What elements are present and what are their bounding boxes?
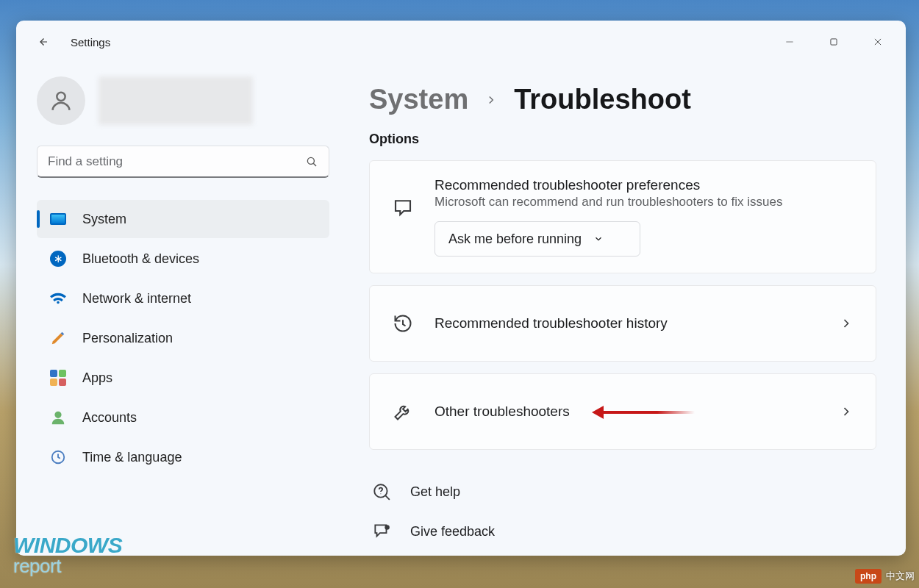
card-troubleshooter-history[interactable]: Recommended troubleshooter history <box>369 285 876 362</box>
feedback-icon <box>372 522 391 541</box>
card-title: Recommended troubleshooter history <box>435 315 818 331</box>
sidebar-item-network[interactable]: Network & internet <box>37 279 329 318</box>
breadcrumb: System Troubleshoot <box>369 84 876 115</box>
watermark-line1: WINDOWS <box>13 533 122 557</box>
page-title: Troubleshoot <box>514 84 691 115</box>
close-button[interactable] <box>856 27 900 57</box>
clock-icon <box>50 449 66 465</box>
sidebar-item-label: System <box>82 212 126 227</box>
card-body: Recommended troubleshooter preferences M… <box>435 177 854 257</box>
chat-icon <box>392 196 414 218</box>
sidebar-item-apps[interactable]: Apps <box>37 359 329 397</box>
chevron-down-icon <box>593 234 604 244</box>
titlebar: Settings <box>16 21 906 63</box>
sidebar-item-personalization[interactable]: Personalization <box>37 319 329 357</box>
dropdown-selected-label: Ask me before running <box>448 232 582 247</box>
preference-dropdown[interactable]: Ask me before running <box>435 221 640 257</box>
window-title: Settings <box>71 36 110 49</box>
apps-icon <box>50 370 66 386</box>
paintbrush-icon <box>50 330 66 346</box>
main-panel: System Troubleshoot Options Recommended … <box>340 63 906 556</box>
back-arrow-icon <box>36 35 49 49</box>
sidebar-item-label: Personalization <box>82 331 173 346</box>
card-other-troubleshooters[interactable]: Other troubleshooters <box>369 373 876 450</box>
settings-window: Settings <box>16 21 906 556</box>
minimize-icon <box>784 37 795 47</box>
back-button[interactable] <box>28 27 57 57</box>
svg-point-7 <box>385 525 390 530</box>
svg-point-3 <box>54 412 61 418</box>
nav-list: System ∗ Bluetooth & devices Network & i… <box>37 200 329 476</box>
avatar[interactable] <box>37 76 85 125</box>
history-icon <box>392 312 414 334</box>
svg-point-6 <box>380 493 381 494</box>
user-header <box>37 71 340 146</box>
wrench-icon <box>392 401 414 423</box>
system-icon <box>50 211 66 227</box>
sidebar-item-bluetooth[interactable]: ∗ Bluetooth & devices <box>37 240 329 278</box>
breadcrumb-parent[interactable]: System <box>369 84 468 115</box>
give-feedback-link[interactable]: Give feedback <box>369 512 876 551</box>
svg-point-2 <box>307 157 314 164</box>
content-area: System ∗ Bluetooth & devices Network & i… <box>16 63 906 556</box>
sidebar-item-accounts[interactable]: Accounts <box>37 398 329 437</box>
badge-pill: php <box>855 569 882 584</box>
account-icon <box>50 409 66 426</box>
maximize-button[interactable] <box>812 27 856 57</box>
sidebar-item-label: Bluetooth & devices <box>82 251 199 267</box>
sidebar: System ∗ Bluetooth & devices Network & i… <box>16 63 340 556</box>
search-input-wrapper[interactable] <box>37 146 329 178</box>
sidebar-item-label: Apps <box>82 370 112 386</box>
sidebar-item-time[interactable]: Time & language <box>37 438 329 476</box>
svg-rect-0 <box>831 39 837 45</box>
help-icon <box>372 482 391 501</box>
sidebar-item-label: Time & language <box>82 450 182 465</box>
watermark: WINDOWS report <box>13 535 122 575</box>
card-title: Recommended troubleshooter preferences <box>435 177 854 193</box>
chevron-right-icon <box>839 316 854 331</box>
user-name-redacted <box>99 76 253 125</box>
search-input[interactable] <box>48 154 305 169</box>
card-subtitle: Microsoft can recommend and run troubles… <box>435 195 854 209</box>
chevron-right-icon <box>839 404 854 419</box>
card-recommended-preferences: Recommended troubleshooter preferences M… <box>369 160 876 273</box>
corner-badge: php 中文网 <box>855 569 915 584</box>
card-title: Other troubleshooters <box>435 404 818 420</box>
badge-text: 中文网 <box>886 570 915 583</box>
maximize-icon <box>829 37 839 47</box>
section-options-label: Options <box>369 132 876 147</box>
wifi-icon <box>50 290 66 306</box>
bluetooth-icon: ∗ <box>50 251 66 267</box>
get-help-link[interactable]: Get help <box>369 472 876 512</box>
chevron-right-icon <box>484 93 498 107</box>
close-icon <box>873 37 883 47</box>
svg-point-1 <box>57 93 65 101</box>
search-icon <box>305 155 318 168</box>
help-label: Get help <box>410 484 460 500</box>
window-controls <box>768 27 900 57</box>
sidebar-item-system[interactable]: System <box>37 200 329 238</box>
sidebar-item-label: Accounts <box>82 410 137 426</box>
person-icon <box>49 88 74 113</box>
feedback-label: Give feedback <box>410 524 495 539</box>
sidebar-item-label: Network & internet <box>82 291 191 306</box>
watermark-line2: report <box>13 555 61 577</box>
minimize-button[interactable] <box>768 27 812 57</box>
